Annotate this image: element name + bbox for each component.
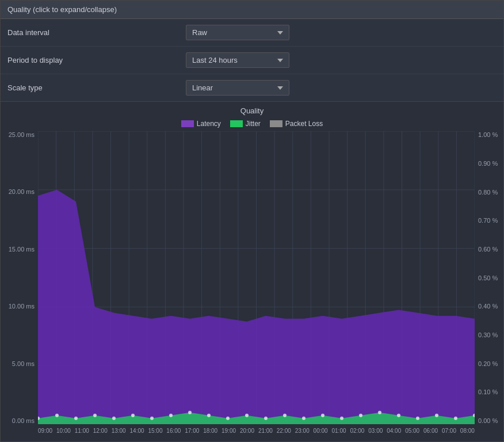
y-right-label: 0.00 % (478, 417, 498, 424)
x-axis-label: 02:00 (350, 428, 364, 434)
y-right-label: 0.70 % (478, 217, 498, 224)
legend-latency: Latency (181, 120, 221, 128)
scale-type-label: Scale type (7, 83, 186, 92)
period-label: Period to display (7, 56, 186, 64)
period-select[interactable]: Last 1 hour Last 6 hours Last 24 hours L… (186, 52, 289, 68)
x-axis-label: 07:00 (442, 428, 456, 434)
svg-point-50 (397, 414, 400, 417)
svg-point-48 (359, 414, 362, 417)
y-axis-right: 0.00 %0.10 %0.20 %0.30 %0.40 %0.50 %0.60… (475, 131, 503, 424)
x-axis-label: 00:00 (314, 428, 328, 434)
svg-point-42 (245, 414, 249, 417)
y-left-label: 15.00 ms (9, 246, 35, 253)
legend-jitter: Jitter (230, 120, 261, 128)
controls-section: Data interval Raw 1 minute 5 minutes 15 … (1, 19, 503, 102)
svg-point-34 (93, 414, 97, 417)
y-right-label: 0.30 % (478, 332, 498, 338)
svg-point-47 (340, 417, 343, 420)
svg-point-35 (112, 417, 116, 420)
chart-section: Quality Latency Jitter Packet Loss 0.00 … (1, 102, 503, 441)
x-axis-label: 10:00 (56, 428, 71, 434)
x-axis-label: 15:00 (148, 428, 162, 434)
packet-loss-legend-box (270, 120, 282, 127)
x-axis-label: 20:00 (240, 428, 254, 434)
x-axis-label: 11:00 (75, 428, 89, 434)
y-right-label: 0.80 % (478, 189, 498, 196)
svg-point-51 (416, 417, 419, 420)
x-axis: 09:0010:0011:0012:0013:0014:0015:0016:00… (38, 424, 475, 441)
chart-area: 0.00 ms5.00 ms10.00 ms15.00 ms20.00 ms25… (1, 131, 503, 441)
data-interval-select[interactable]: Raw 1 minute 5 minutes 15 minutes 1 hour (186, 25, 289, 40)
svg-point-39 (188, 411, 192, 414)
packet-loss-legend-label: Packet Loss (285, 120, 323, 128)
x-axis-label: 08:00 (460, 428, 475, 434)
period-row: Period to display Last 1 hour Last 6 hou… (1, 47, 503, 74)
x-axis-label: 01:00 (332, 428, 346, 434)
svg-point-37 (150, 417, 154, 420)
latency-legend-label: Latency (197, 120, 221, 128)
quality-header[interactable]: Quality (click to expand/collapse) (1, 1, 503, 19)
y-right-label: 0.20 % (478, 360, 498, 367)
y-right-label: 0.10 % (478, 388, 498, 395)
svg-point-53 (454, 417, 457, 420)
svg-point-33 (74, 417, 78, 420)
jitter-legend-box (230, 120, 243, 127)
x-axis-label: 19:00 (222, 428, 236, 434)
x-axis-label: 04:00 (387, 428, 401, 434)
data-interval-label: Data interval (7, 28, 186, 37)
y-left-label: 10.00 ms (9, 303, 35, 310)
data-interval-row: Data interval Raw 1 minute 5 minutes 15 … (1, 19, 503, 47)
y-right-label: 0.90 % (478, 160, 498, 167)
x-axis-label: 21:00 (258, 428, 273, 434)
y-right-label: 1.00 % (478, 131, 498, 138)
x-axis-label: 03:00 (368, 428, 383, 434)
y-right-label: 0.60 % (478, 246, 498, 253)
svg-point-41 (226, 417, 230, 420)
main-container: Quality (click to expand/collapse) Data … (0, 0, 504, 442)
y-axis-left: 0.00 ms5.00 ms10.00 ms15.00 ms20.00 ms25… (1, 131, 38, 424)
y-right-label: 0.50 % (478, 275, 498, 281)
svg-point-49 (378, 411, 381, 414)
y-left-label: 5.00 ms (12, 360, 35, 367)
svg-point-52 (435, 414, 438, 417)
x-axis-label: 14:00 (130, 428, 144, 434)
svg-point-32 (55, 414, 59, 417)
y-left-label: 0.00 ms (12, 417, 35, 424)
x-axis-label: 12:00 (93, 428, 108, 434)
jitter-legend-label: Jitter (246, 120, 261, 128)
x-axis-label: 13:00 (112, 428, 126, 434)
x-axis-label: 22:00 (277, 428, 291, 434)
svg-point-38 (169, 414, 173, 417)
x-axis-label: 16:00 (166, 428, 181, 434)
svg-point-36 (131, 414, 135, 417)
legend-packet-loss: Packet Loss (270, 120, 323, 128)
svg-point-43 (264, 417, 268, 420)
y-right-label: 0.40 % (478, 303, 498, 310)
svg-point-40 (207, 414, 211, 417)
chart-title: Quality (1, 102, 503, 117)
x-axis-label: 23:00 (295, 428, 310, 434)
svg-point-44 (283, 414, 287, 417)
header-title: Quality (click to expand/collapse) (7, 5, 117, 14)
x-axis-label: 09:00 (38, 428, 52, 434)
latency-legend-box (181, 120, 194, 127)
x-axis-label: 06:00 (423, 428, 438, 434)
scale-type-row: Scale type Linear Logarithmic (1, 74, 503, 101)
chart-svg (38, 131, 475, 424)
x-axis-label: 18:00 (203, 428, 217, 434)
y-left-label: 20.00 ms (9, 188, 35, 195)
svg-point-45 (302, 417, 306, 420)
scale-type-select[interactable]: Linear Logarithmic (186, 80, 289, 96)
y-left-label: 25.00 ms (9, 131, 35, 138)
svg-point-46 (321, 414, 324, 417)
x-axis-label: 17:00 (185, 428, 199, 434)
x-axis-label: 05:00 (405, 428, 419, 434)
chart-legend: Latency Jitter Packet Loss (1, 117, 503, 131)
chart-canvas (38, 131, 475, 424)
